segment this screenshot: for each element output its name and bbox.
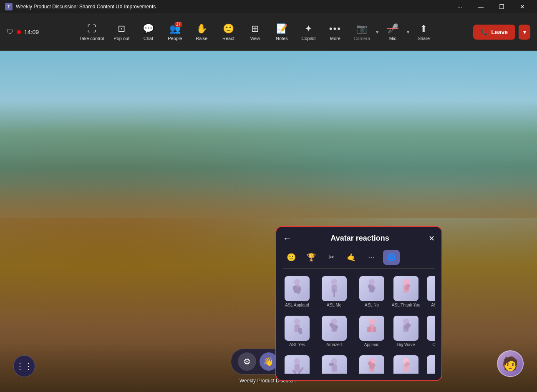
avatar-face-icon: 🧑: [502, 356, 519, 372]
copilot-button[interactable]: ✦ Copilot: [296, 18, 321, 47]
chat-icon: 💬: [143, 23, 154, 34]
raise-button[interactable]: ✋ Raise: [189, 18, 214, 47]
maximize-button[interactable]: ❐: [492, 0, 511, 13]
reaction-check-horizon[interactable]: Check The Horizon: [315, 353, 353, 374]
people-icon-wrap: 👥 37: [169, 23, 181, 34]
notes-label: Notes: [276, 36, 288, 41]
reaction-call-me[interactable]: Call Me: [425, 313, 435, 349]
check-horizon-figure: [322, 355, 347, 374]
notes-button[interactable]: 📝 Notes: [269, 18, 294, 47]
reaction-asl-yes[interactable]: ASL Yes: [283, 313, 311, 349]
svg-point-17: [294, 319, 300, 325]
cat-tab-hand[interactable]: 🤙: [343, 250, 360, 265]
bottom-bar: ⋮⋮ ⚙ 👋 🙂 Weekly Product Discuss... 🧑: [0, 341, 537, 392]
panel-header: ← Avatar reactions ✕: [283, 234, 435, 243]
amazed-figure: [322, 316, 347, 341]
reaction-asl-thank-you[interactable]: ASL Thank You: [390, 274, 422, 310]
reaction-chefs-kiss[interactable]: Chef's Kiss: [390, 353, 422, 374]
take-control-button[interactable]: ⛶ Take control: [76, 18, 107, 47]
share-button[interactable]: ⬆ Share: [411, 18, 436, 47]
chat-label: Chat: [144, 36, 153, 41]
title-bar-left: T Weekly Product Discussion: Shared Cont…: [5, 3, 156, 10]
asl-me-label: ASL Me: [327, 303, 341, 307]
more-button[interactable]: ••• More: [323, 18, 348, 47]
cat-tab-dots[interactable]: ···: [363, 250, 380, 265]
grid-view-button[interactable]: ⋮⋮: [13, 355, 35, 377]
cat-tab-scissors[interactable]: ✂: [323, 250, 340, 265]
view-label: View: [250, 36, 260, 41]
chat-button[interactable]: 💬 Chat: [136, 18, 161, 47]
reaction-asl-applaud[interactable]: ASL Applaud: [283, 274, 311, 310]
react-button[interactable]: 🙂 React: [216, 18, 241, 47]
reaction-check[interactable]: Check: [283, 353, 311, 374]
camera-icon: 📷: [356, 23, 368, 34]
leave-dropdown-button[interactable]: ▾: [519, 25, 530, 40]
club-dance-figure: [427, 355, 435, 374]
applaud-label: Applaud: [364, 342, 380, 347]
take-control-icon: ⛶: [87, 23, 96, 34]
cat-tab-special[interactable]: 🌀: [383, 250, 400, 265]
notes-icon: 📝: [276, 23, 287, 34]
phone-end-icon: 📞: [481, 29, 488, 35]
asl-yes-figure: [285, 316, 310, 341]
copilot-icon: ✦: [305, 23, 312, 34]
cat-tab-emoji[interactable]: 🙂: [283, 250, 300, 265]
avatar-emote-button[interactable]: 👋: [260, 352, 278, 371]
view-button[interactable]: ⊞ View: [242, 18, 267, 47]
asl-no-figure: [359, 276, 384, 301]
mic-label: Mic: [389, 36, 396, 41]
main-content: ← Avatar reactions ✕ 🙂 🏆 ✂ 🤙 ··· 🌀: [0, 51, 537, 392]
panel-back-button[interactable]: ←: [283, 234, 291, 243]
asl-this-label: ASL This: [431, 303, 435, 307]
reaction-asl-me[interactable]: ASL Me: [315, 274, 353, 310]
mic-dropdown-arrow[interactable]: ▾: [407, 29, 409, 35]
toolbar-left: 🛡 14:09: [7, 28, 39, 36]
toolbar-center: ⛶ Take control ⊡ Pop out 💬 Chat 👥 37 Peo…: [76, 18, 436, 47]
svg-point-7: [369, 279, 375, 285]
asl-this-figure: [427, 276, 435, 301]
asl-thank-you-figure: [393, 276, 419, 301]
camera-button[interactable]: 📷 Camera: [349, 18, 374, 47]
svg-point-34: [294, 358, 300, 364]
raise-label: Raise: [196, 36, 207, 41]
cat-tab-trophy[interactable]: 🏆: [303, 250, 320, 265]
reaction-asl-no[interactable]: ASL No: [357, 274, 386, 310]
reaction-club-dance[interactable]: Club Dance: [425, 353, 435, 374]
panel-close-button[interactable]: ✕: [429, 234, 435, 243]
copilot-label: Copilot: [301, 36, 315, 41]
pop-out-label: Pop out: [113, 36, 129, 41]
reaction-cheers-salute[interactable]: Cheers Salute: [357, 353, 386, 374]
check-figure: [285, 355, 310, 374]
camera-label: Camera: [354, 36, 370, 41]
avatar-reactions-panel: ← Avatar reactions ✕ 🙂 🏆 ✂ 🤙 ··· 🌀: [275, 226, 442, 381]
pop-out-button[interactable]: ⊡ Pop out: [109, 18, 134, 47]
raise-icon: ✋: [196, 23, 207, 34]
chat-icon-wrap: 💬: [143, 23, 154, 34]
svg-rect-26: [367, 327, 371, 332]
call-me-label: Call Me: [432, 342, 435, 347]
people-button[interactable]: 👥 37 People: [162, 18, 187, 47]
minimize-button[interactable]: —: [471, 0, 490, 13]
more-options-button[interactable]: ···: [450, 0, 469, 13]
reaction-big-wave[interactable]: Big Wave: [390, 313, 422, 349]
title-bar: T Weekly Product Discussion: Shared Cont…: [0, 0, 537, 13]
chefs-kiss-figure: [393, 355, 419, 374]
camera-dropdown-arrow[interactable]: ▾: [376, 29, 378, 35]
svg-rect-27: [373, 327, 376, 332]
asl-applaud-label: ASL Applaud: [285, 303, 309, 307]
mic-icon: 🎤: [387, 23, 398, 34]
react-icon: 🙂: [223, 23, 234, 34]
asl-applaud-figure: [285, 276, 310, 301]
toolbar-right: 📞 Leave ▾: [473, 25, 530, 40]
reaction-asl-this[interactable]: ASL This: [425, 274, 435, 310]
reaction-amazed[interactable]: Amazed: [315, 313, 353, 349]
reaction-applaud[interactable]: Applaud: [357, 313, 386, 349]
avatar-settings-button[interactable]: ⚙: [238, 352, 256, 371]
leave-label: Leave: [491, 29, 508, 35]
reactions-grid: ASL Applaud ASL Me: [283, 274, 435, 374]
react-label: React: [222, 36, 234, 41]
leave-button[interactable]: 📞 Leave: [473, 25, 515, 40]
close-button[interactable]: ✕: [513, 0, 532, 13]
mic-button[interactable]: 🎤 Mic: [380, 18, 405, 47]
cheers-salute-figure: [359, 355, 384, 374]
